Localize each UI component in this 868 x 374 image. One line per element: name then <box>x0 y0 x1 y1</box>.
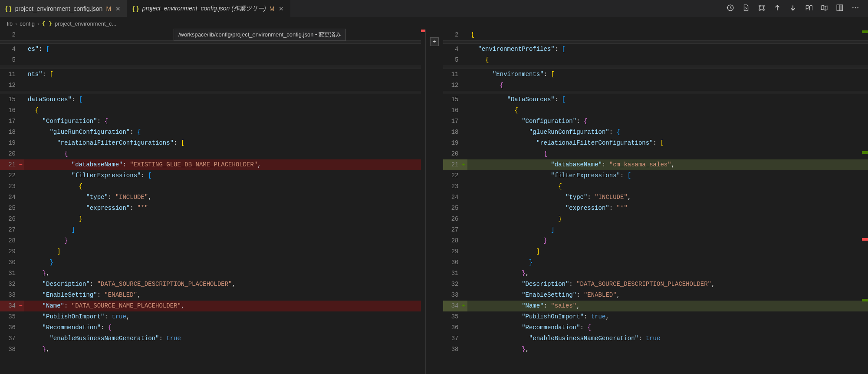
code-line[interactable]: 27 ] <box>443 225 868 235</box>
revert-change-button[interactable]: + <box>430 37 439 46</box>
code-line[interactable]: 17 "Configuration": { <box>443 116 868 127</box>
code-line[interactable]: 33 "EnableSetting": "ENABLED", <box>443 290 868 301</box>
folded-region[interactable] <box>0 66 425 69</box>
code-line[interactable]: 20 { <box>0 149 425 159</box>
code-line[interactable]: 30 } <box>443 257 868 268</box>
folded-region[interactable] <box>443 91 868 94</box>
folded-region[interactable] <box>0 91 425 94</box>
modified-pane[interactable]: 2{4 "environmentProfiles": [5 {11 "Envir… <box>443 30 868 374</box>
line-content: "DataSources": [ <box>467 94 868 105</box>
goto-file-icon[interactable] <box>742 4 750 13</box>
line-content: "EnableSetting": "ENABLED", <box>24 290 425 301</box>
code-line[interactable]: 28 } <box>443 235 868 246</box>
code-line[interactable]: 15dataSources": [ <box>0 94 425 105</box>
code-line[interactable]: 5 { <box>443 55 868 66</box>
code-line[interactable]: 15 "DataSources": [ <box>443 94 868 105</box>
code-line[interactable]: 4 "environmentProfiles": [ <box>443 44 868 55</box>
folded-region[interactable] <box>0 40 425 44</box>
code-line[interactable]: 34+ "Name": "sales", <box>443 301 868 311</box>
code-line[interactable]: 19 "relationalFilterConfigurations": [ <box>443 138 868 149</box>
next-change-icon[interactable] <box>789 4 797 13</box>
line-content <box>24 80 425 91</box>
line-number: 28 <box>443 235 467 246</box>
breadcrumb-part[interactable]: lib <box>7 20 13 27</box>
code-line[interactable]: 28 } <box>0 235 425 246</box>
code-line[interactable]: 38 }, <box>443 344 868 355</box>
overview-ruler[interactable] <box>860 30 868 374</box>
code-line[interactable]: 26 } <box>0 214 425 225</box>
line-content: ] <box>467 225 868 235</box>
code-line[interactable]: 29 ] <box>0 246 425 257</box>
code-line[interactable]: 22 "filterExpressions": [ <box>0 170 425 181</box>
code-line[interactable]: 17 "Configuration": { <box>0 116 425 127</box>
close-icon[interactable]: ✕ <box>115 5 122 12</box>
code-line[interactable]: 23 { <box>0 181 425 192</box>
code-line[interactable]: 11 "Environments": [ <box>443 69 868 80</box>
line-content: { <box>24 105 425 116</box>
code-line[interactable]: 35 "PublishOnImport": true, <box>443 311 868 322</box>
code-line[interactable]: 32 "Description": "DATA_SOURCE_DESCRIPTI… <box>0 279 425 290</box>
code-line[interactable]: 16 { <box>443 105 868 116</box>
breadcrumbs[interactable]: lib › config › { } project_environment_c… <box>0 17 868 30</box>
code-line[interactable]: 12 <box>0 80 425 91</box>
code-line[interactable]: 11nts": [ <box>0 69 425 80</box>
diff-settings-icon[interactable] <box>758 4 766 13</box>
whitespace-icon[interactable] <box>805 4 812 13</box>
code-line[interactable]: 31 }, <box>0 268 425 279</box>
code-line[interactable]: 29 ] <box>443 246 868 257</box>
line-number: 23 <box>443 181 467 192</box>
code-line[interactable]: 4es": [ <box>0 44 425 55</box>
code-line[interactable]: 26 } <box>443 214 868 225</box>
code-line[interactable]: 37 "enableBusinessNameGeneration": true <box>0 333 425 344</box>
code-line[interactable]: 27 ] <box>0 225 425 235</box>
line-number: 11 <box>443 69 467 80</box>
history-icon[interactable] <box>727 4 734 13</box>
code-line[interactable]: 18 "glueRunConfiguration": { <box>0 127 425 138</box>
code-line[interactable]: 21− "databaseName": "EXISTING_GLUE_DB_NA… <box>0 159 425 170</box>
more-icon[interactable] <box>852 4 859 13</box>
code-line[interactable]: 19 "relationalFilterConfigurations": [ <box>0 138 425 149</box>
code-line[interactable]: 24 "type": "INCLUDE", <box>443 192 868 203</box>
code-line[interactable]: 38 }, <box>0 344 425 355</box>
code-line[interactable]: 25 "expression": "*" <box>443 203 868 214</box>
json-icon: { } <box>132 5 139 12</box>
close-icon[interactable]: ✕ <box>278 5 285 12</box>
line-number: 34+ <box>443 301 467 311</box>
code-line[interactable]: 25 "expression": "*" <box>0 203 425 214</box>
code-line[interactable]: 21+ "databaseName": "cm_kasama_sales", <box>443 159 868 170</box>
code-line[interactable]: 2{ <box>443 30 868 40</box>
folded-region[interactable] <box>443 66 868 69</box>
code-line[interactable]: 31 }, <box>443 268 868 279</box>
split-right-icon[interactable] <box>836 4 844 13</box>
code-line[interactable]: 32 "Description": "DATA_SOURCE_DESCRIPTI… <box>443 279 868 290</box>
code-line[interactable]: 16 { <box>0 105 425 116</box>
line-number: 38 <box>443 344 467 355</box>
prev-change-icon[interactable] <box>773 4 781 13</box>
code-line[interactable]: 18 "glueRunConfiguration": { <box>443 127 868 138</box>
map-icon[interactable] <box>820 4 828 13</box>
code-line[interactable]: 24 "type": "INCLUDE", <box>0 192 425 203</box>
line-number: 17 <box>443 116 467 127</box>
code-line[interactable]: 12 { <box>443 80 868 91</box>
line-number: 12 <box>443 80 467 91</box>
folded-region[interactable] <box>443 40 868 44</box>
code-line[interactable]: 36 "Recommendation": { <box>0 322 425 333</box>
line-content: nts": [ <box>24 69 425 80</box>
breadcrumb-part[interactable]: config <box>20 20 35 27</box>
tab-working-tree[interactable]: { } project_environment_config.json (作業ツ… <box>127 0 290 17</box>
code-line[interactable]: 20 { <box>443 149 868 159</box>
code-line[interactable]: 22 "filterExpressions": [ <box>443 170 868 181</box>
code-line[interactable]: 30 } <box>0 257 425 268</box>
code-line[interactable]: 5 <box>0 55 425 66</box>
overview-ruler[interactable] <box>421 30 425 374</box>
code-line[interactable]: 33 "EnableSetting": "ENABLED", <box>0 290 425 301</box>
code-line[interactable]: 23 { <box>443 181 868 192</box>
breadcrumb-part[interactable]: project_environment_c... <box>55 20 116 27</box>
original-pane[interactable]: 24es": [511nts": [1215dataSources": [16 … <box>0 30 426 374</box>
code-line[interactable]: 37 "enableBusinessNameGeneration": true <box>443 333 868 344</box>
code-line[interactable]: 34− "Name": "DATA_SOURCE_NAME_PLACEHOLDE… <box>0 301 425 311</box>
code-line[interactable]: 35 "PublishOnImport": true, <box>0 311 425 322</box>
line-number: 31 <box>443 268 467 279</box>
tab-original[interactable]: { } project_environment_config.json M ✕ <box>0 0 127 17</box>
code-line[interactable]: 36 "Recommendation": { <box>443 322 868 333</box>
